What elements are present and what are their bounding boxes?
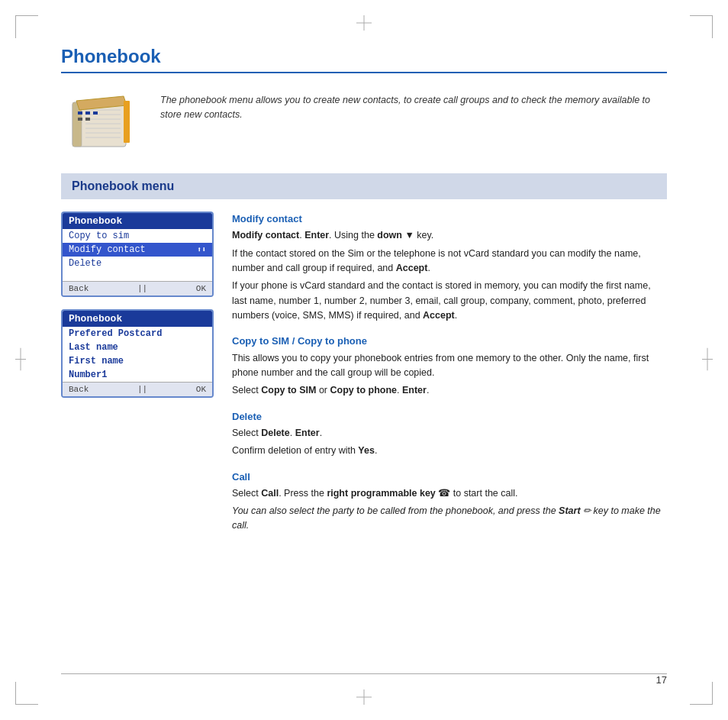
side-mark-right	[702, 347, 713, 373]
screen2-back: Back	[69, 385, 89, 394]
screen2-ok: OK	[196, 385, 206, 394]
screen2-separator: ||	[137, 385, 147, 394]
modify-para-1: Modify contact. Enter. Using the down ▼ …	[232, 228, 667, 243]
screen2-item-firstname: First name	[63, 354, 212, 368]
intro-section: The phonebook menu allows you to create …	[61, 87, 667, 158]
copy-para-2: Select Copy to SIM or Copy to phone. Ent…	[232, 383, 667, 398]
delete-para-1: Select Delete. Enter.	[232, 426, 667, 441]
crosshair-bottom	[356, 689, 372, 705]
screen2-title: Phonebook	[63, 311, 212, 327]
screen2-item-number1: Number1	[63, 368, 212, 382]
screen2-footer: Back || OK	[63, 382, 212, 396]
corner-mark-tr	[690, 15, 713, 38]
svg-rect-20	[85, 111, 90, 115]
section-copy-to-sim: Copy to SIM / Copy to phone This allows …	[232, 334, 667, 398]
modify-para-2: If the contact stored on the Sim or the …	[232, 247, 667, 276]
section-modify-contact: Modify contact Modify contact. Enter. Us…	[232, 211, 667, 323]
screen1-footer: Back || OK	[63, 281, 212, 295]
section-header: Phonebook menu	[61, 173, 667, 199]
call-para-2: You can also select the party to be call…	[232, 504, 667, 534]
svg-rect-18	[124, 101, 130, 143]
phone-screen-2: Phonebook Prefered Postcard Last name Fi…	[61, 309, 214, 398]
screen2-item-postcard: Prefered Postcard	[63, 327, 212, 341]
corner-mark-tl	[15, 15, 38, 38]
screen1-ok: OK	[196, 284, 206, 293]
section-delete: Delete Select Delete. Enter. Confirm del…	[232, 409, 667, 459]
delete-para-2: Confirm deletion of entry with Yes.	[232, 444, 667, 458]
page-number: 17	[656, 674, 667, 686]
phonebook-illustration	[61, 87, 145, 158]
title-rule	[61, 72, 667, 73]
screens-column: Phonebook Copy to sim Modify contact ⬆⬇ …	[61, 211, 214, 398]
page: Phonebook	[0, 0, 728, 720]
screen1-item-copy: Copy to sim	[63, 229, 212, 243]
corner-mark-bl	[15, 682, 38, 705]
call-para-1: Select Call. Press the right programmabl…	[232, 486, 667, 501]
svg-rect-21	[93, 111, 98, 115]
screen1-item-delete: Delete	[63, 257, 212, 270]
screen1-back: Back	[69, 284, 89, 293]
screen1-item-modify: Modify contact ⬆⬇	[63, 243, 212, 257]
side-mark-left	[15, 347, 26, 373]
screen1-title: Phonebook	[63, 213, 212, 229]
page-title: Phonebook	[61, 46, 667, 67]
section-modify-title: Modify contact	[232, 211, 667, 227]
screen2-item-lastname: Last name	[63, 341, 212, 354]
section-delete-title: Delete	[232, 409, 667, 425]
svg-rect-22	[78, 118, 82, 121]
section-copy-title: Copy to SIM / Copy to phone	[232, 334, 667, 349]
modify-para-3: If your phone is vCard standard and the …	[232, 279, 667, 323]
section-call: Call Select Call. Press the right progra…	[232, 470, 667, 534]
phone-screen-1: Phonebook Copy to sim Modify contact ⬆⬇ …	[61, 211, 214, 297]
crosshair-top	[356, 15, 372, 31]
svg-rect-23	[85, 118, 90, 121]
text-column: Modify contact Modify contact. Enter. Us…	[232, 211, 667, 544]
svg-rect-19	[78, 111, 82, 115]
screen1-separator: ||	[137, 284, 147, 293]
copy-para-1: This allows you to copy your phonebook e…	[232, 351, 667, 381]
section-call-title: Call	[232, 470, 667, 485]
corner-mark-br	[690, 682, 713, 705]
bottom-rule	[61, 673, 667, 674]
scroll-indicator: ⬆⬇	[197, 245, 206, 254]
intro-text: The phonebook menu allows you to create …	[160, 87, 667, 122]
main-content: Phonebook Copy to sim Modify contact ⬆⬇ …	[61, 211, 667, 544]
